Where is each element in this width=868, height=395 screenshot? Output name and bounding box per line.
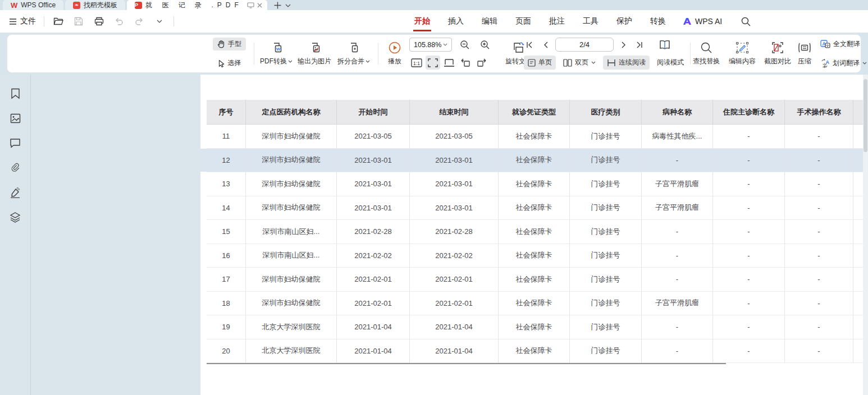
new-tab-button[interactable] [273, 1, 282, 10]
comments-panel-icon[interactable] [8, 136, 22, 150]
tab-wps-office[interactable]: W WPS Office [3, 0, 63, 10]
menu-divider [173, 16, 174, 26]
file-menu[interactable]: 文件 [9, 16, 36, 26]
compress-icon [797, 40, 812, 55]
compress-button[interactable]: 压缩 [792, 38, 817, 70]
table-row[interactable]: 19北京大学深圳医院2021-01-042021-01-04社会保障卡门诊挂号-… [207, 315, 863, 339]
table-cell: 2021-02-01 [337, 268, 410, 292]
menu-tab-批注[interactable]: 批注 [548, 11, 566, 32]
fit-page-icon[interactable] [442, 56, 456, 70]
menu-tab-工具[interactable]: 工具 [582, 11, 600, 32]
pin-to-desktop-icon[interactable] [247, 2, 254, 8]
rotate-right-icon[interactable] [474, 56, 489, 70]
table-cell: 社会保障卡 [499, 292, 570, 316]
table-row[interactable]: 16深圳市南山区妇...2021-02-022021-02-02社会保障卡门诊挂… [207, 244, 863, 268]
zoom-in-icon[interactable] [478, 38, 492, 52]
page-number-input[interactable]: 2/4 [555, 38, 614, 52]
chevron-down-icon [366, 60, 370, 63]
previous-page-icon[interactable] [540, 38, 551, 52]
table-cell: - [713, 125, 785, 149]
edit-content-button[interactable]: 编辑内容 [725, 38, 760, 70]
close-tab-icon[interactable] [257, 2, 263, 8]
play-button[interactable]: 播放 [381, 38, 408, 70]
continuous-read-button[interactable]: 连续阅读 [603, 56, 650, 70]
svg-text:A: A [826, 59, 830, 65]
signature-panel-icon[interactable] [8, 186, 22, 199]
actual-size-icon[interactable]: 1:1 [409, 56, 424, 70]
print-icon[interactable] [93, 15, 105, 27]
zoom-level-value: 105.88% [414, 41, 441, 49]
menu-tab-页面[interactable]: 页面 [514, 11, 532, 32]
edit-content-icon [735, 40, 749, 55]
column-header: 序号 [207, 100, 246, 125]
table-row[interactable]: 12深圳市妇幼保健院2021-03-012021-03-01社会保障卡门诊挂号-… [207, 149, 863, 173]
table-row[interactable]: 20北京大学深圳医院2021-01-042021-01-04社会保障卡门诊挂号-… [207, 339, 863, 364]
table-row[interactable]: 11深圳市妇幼保健院2021-03-052021-03-05社会保障卡门诊挂号病… [207, 125, 863, 149]
table-row[interactable]: 13深圳市妇幼保健院2021-03-012021-03-01社会保障卡门诊挂号子… [207, 172, 863, 196]
last-page-icon[interactable] [634, 38, 645, 52]
layers-panel-icon[interactable] [8, 210, 22, 224]
table-row[interactable]: 17深圳市妇幼保健院2021-02-012021-02-01社会保障卡门诊挂号-… [207, 268, 863, 292]
split-merge-button[interactable]: 拆分合并 [335, 38, 372, 70]
table-cell: 2021-03-01 [410, 149, 499, 173]
tab-document-active[interactable]: P 就 医 记 录 .PDF [127, 0, 267, 10]
search-icon[interactable] [741, 17, 751, 26]
table-cell: - [713, 315, 785, 339]
next-page-icon[interactable] [618, 38, 629, 52]
table-cell: 社会保障卡 [499, 196, 570, 221]
redo-icon[interactable] [133, 15, 145, 27]
table-cell: - [785, 339, 853, 364]
table-row[interactable]: 18深圳市妇幼保健院2021-02-012021-02-01社会保障卡门诊挂号子… [207, 292, 863, 316]
double-page-button[interactable]: 双页 [559, 56, 600, 70]
zoom-out-icon[interactable] [458, 38, 472, 52]
full-translate-button[interactable]: A文 全文翻译 [819, 38, 861, 50]
single-page-button[interactable]: 单页 [524, 56, 556, 70]
single-page-label: 单页 [538, 58, 552, 67]
table-cell: 深圳市妇幼保健院 [246, 292, 337, 316]
hand-tool-button[interactable]: 手型 [213, 38, 246, 50]
thumbnails-panel-icon[interactable] [8, 112, 22, 125]
bookmarks-panel-icon[interactable] [8, 87, 22, 100]
find-replace-button[interactable]: 查找替换 [689, 38, 724, 70]
read-mode-button[interactable]: 阅读模式 [653, 56, 688, 70]
fit-width-icon[interactable] [426, 56, 440, 70]
table-row[interactable]: 14深圳市妇幼保健院2021-03-012021-03-01社会保障卡门诊挂号子… [207, 196, 863, 221]
select-tool-button[interactable]: 选择 [213, 57, 246, 70]
tab-docer[interactable]: ❧ 找稻壳模板 [65, 0, 125, 10]
table-cell: - [642, 339, 713, 364]
tab-list-chevron-icon[interactable] [285, 4, 291, 7]
table-cell: - [785, 268, 853, 292]
undo-icon[interactable] [113, 15, 125, 27]
attachments-panel-icon[interactable] [8, 161, 22, 174]
word-translate-button[interactable]: 文A 划词翻译 [819, 57, 868, 70]
rotate-left-icon[interactable] [458, 56, 473, 70]
window-tab-bar: W WPS Office ❧ 找稻壳模板 P 就 医 记 录 .PDF [0, 0, 868, 10]
table-row[interactable]: 15深圳市南山区妇...2021-02-282021-02-28社会保障卡门诊挂… [207, 220, 863, 244]
column-header: 病种名称 [642, 100, 713, 125]
scrollbar-thumb[interactable] [864, 79, 867, 152]
table-cell: 社会保障卡 [499, 315, 570, 339]
vertical-scrollbar[interactable] [863, 75, 868, 395]
screenshot-compare-label: 截图对比 [764, 57, 791, 66]
menu-tab-转换[interactable]: 转换 [649, 11, 667, 32]
pdf-convert-button[interactable]: W PDF转换 [258, 38, 295, 70]
save-icon[interactable] [72, 15, 85, 27]
table-cell: 2021-03-01 [410, 172, 499, 196]
wps-ai-button[interactable]: WPS AI [683, 17, 722, 26]
first-page-icon[interactable] [524, 38, 535, 52]
menu-tab-保护[interactable]: 保护 [615, 11, 633, 32]
export-image-button[interactable]: 输出为图片 [296, 38, 333, 70]
table-cell: - [713, 149, 785, 173]
screenshot-compare-button[interactable]: 截图对比 [761, 38, 794, 70]
menu-tab-插入[interactable]: 插入 [447, 11, 465, 32]
table-cell: - [713, 292, 785, 316]
zoom-level-select[interactable]: 105.88% [409, 38, 452, 52]
undo-redo-chevron-icon[interactable] [153, 15, 166, 27]
menu-tab-编辑[interactable]: 编辑 [481, 11, 499, 32]
table-cell: 子宫平滑肌瘤 [642, 172, 713, 196]
table-cell: - [713, 268, 785, 292]
open-file-icon[interactable] [52, 15, 65, 27]
table-cell: 门诊挂号 [570, 220, 642, 244]
menu-tab-开始[interactable]: 开始 [413, 11, 431, 32]
pdf-page[interactable]: 序号定点医药机构名称开始时间结束时间就诊凭证类型医疗类别病种名称住院主诊断名称手… [200, 75, 863, 395]
